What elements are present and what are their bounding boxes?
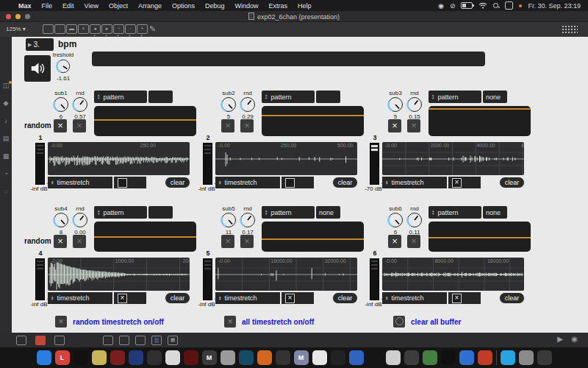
waveform-display[interactable]: -0.00250.00 <box>48 142 190 175</box>
pattern-extra-box[interactable]: none <box>316 206 340 219</box>
random-checkbox[interactable]: × <box>54 235 67 248</box>
record-indicator-icon[interactable]: ◉ <box>438 2 444 10</box>
rnd-knob[interactable] <box>71 96 89 113</box>
waveform-display[interactable]: -0.008000.0016000.00 <box>382 258 524 291</box>
pattern-extra-box[interactable] <box>148 206 173 219</box>
accessibility-icon[interactable]: ⊘ <box>450 2 456 10</box>
waveform-display[interactable]: -0.00250.00500.00 <box>215 142 357 175</box>
pattern-menu[interactable]: ▲▼ pattern <box>94 206 147 219</box>
random-checkbox[interactable]: × <box>388 119 401 132</box>
pattern-extra-box[interactable] <box>148 91 173 103</box>
function-panel[interactable] <box>262 222 364 252</box>
menu-item-max[interactable]: Max <box>13 2 37 10</box>
menu-item-extras[interactable]: Extras <box>264 2 293 10</box>
patcher-windows-icon[interactable] <box>54 336 65 345</box>
waveform-display[interactable]: -0.002000.004000.006000.00 <box>382 142 524 175</box>
rnd-checkbox[interactable]: × <box>240 235 254 248</box>
battery-icon[interactable] <box>461 2 473 9</box>
object-palette-grid-icon[interactable] <box>562 25 578 35</box>
pattern-extra-box[interactable]: none <box>483 206 507 219</box>
packages-icon[interactable]: ◫ <box>3 82 10 89</box>
toggle-icon[interactable]: × <box>78 24 89 34</box>
pattern-extra-box[interactable]: none <box>483 91 507 103</box>
comment-icon[interactable]: ▬ <box>66 24 77 34</box>
menu-item-edit[interactable]: Edit <box>57 2 79 10</box>
run-icon[interactable]: ▶ <box>557 335 563 343</box>
dock-app-icon-10[interactable] <box>220 350 235 365</box>
presentation-mode-icon[interactable] <box>35 336 46 345</box>
sub-knob[interactable] <box>387 211 404 229</box>
input-source-icon[interactable] <box>505 1 513 10</box>
timestretch-checkbox[interactable]: × <box>452 178 462 188</box>
waveform-display[interactable]: -0.0016000.0032000.00 <box>215 258 357 291</box>
menu-item-help[interactable]: Help <box>293 2 317 10</box>
menu-item-window[interactable]: Window <box>230 2 264 10</box>
audio-files-icon[interactable]: ♪ <box>4 118 8 124</box>
rnd-knob[interactable] <box>406 96 423 113</box>
rnd-knob[interactable] <box>406 211 423 229</box>
snippets-icon[interactable]: ▤ <box>3 135 10 142</box>
timestretch-menu[interactable]: ▲▼ timestretch <box>215 292 280 304</box>
menu-item-object[interactable]: Object <box>104 2 133 10</box>
dock-app-icon-12[interactable] <box>257 350 272 365</box>
timestretch-menu[interactable]: ▲▼ timestretch <box>48 292 112 304</box>
calibration-grid-icon[interactable]: ▦ <box>168 336 178 345</box>
rnd-checkbox[interactable]: × <box>240 119 254 132</box>
search-sidebar-icon[interactable]: ◌ <box>4 188 7 195</box>
function-panel[interactable] <box>429 106 531 136</box>
rnd-checkbox[interactable]: × <box>73 235 86 248</box>
dock-app-icon-22[interactable] <box>441 350 456 365</box>
timestretch-menu[interactable]: ▲▼ timestretch <box>48 177 112 188</box>
dock-app-icon-19[interactable] <box>386 350 401 365</box>
random-checkbox[interactable]: × <box>221 119 234 132</box>
function-panel[interactable] <box>94 106 196 136</box>
function-panel[interactable] <box>94 222 196 252</box>
sub-knob[interactable] <box>220 96 237 113</box>
timestretch-checkbox[interactable]: × <box>285 294 295 303</box>
timestretch-checkbox[interactable] <box>118 178 127 188</box>
spotlight-icon[interactable] <box>493 3 499 9</box>
sub-knob[interactable] <box>220 211 237 229</box>
sub-knob[interactable] <box>52 211 70 229</box>
pattern-menu[interactable]: ▲▼ pattern <box>429 206 481 219</box>
menu-item-debug[interactable]: Debug <box>200 2 230 10</box>
timestretch-menu[interactable]: ▲▼ timestretch <box>215 177 280 188</box>
menu-item-file[interactable]: File <box>37 2 58 10</box>
waveform-display[interactable]: -0.001000.002000.00 <box>48 258 190 291</box>
dock-app-icon-4[interactable] <box>110 350 125 365</box>
timestretch-menu[interactable]: ▲▼ timestretch <box>382 177 447 188</box>
bpm-number-box[interactable]: ▶ 3. <box>26 38 54 51</box>
threshold-slider[interactable] <box>92 52 485 66</box>
dock-app-icon-1[interactable]: L <box>55 350 70 365</box>
menu-item-view[interactable]: View <box>79 2 104 10</box>
dock-app-icon-23[interactable] <box>459 350 474 365</box>
mixer-icon[interactable] <box>119 336 129 345</box>
rnd-checkbox[interactable]: × <box>407 119 420 132</box>
objects-icon[interactable]: ◆ <box>4 100 9 107</box>
dock-app-icon-21[interactable] <box>423 350 437 365</box>
dock-app-icon-20[interactable] <box>404 350 419 365</box>
dock-app-icon-15[interactable] <box>312 350 327 365</box>
menu-item-options[interactable]: Options <box>167 2 200 10</box>
images-icon[interactable]: ▦ <box>3 153 10 160</box>
dock-app-icon-7[interactable] <box>165 350 180 365</box>
timestretch-menu[interactable]: ▲▼ timestretch <box>382 292 447 304</box>
paint-tool-icon[interactable]: ✎ <box>149 24 156 34</box>
dock-app-icon-18[interactable] <box>368 350 382 365</box>
dock-app-icon-5[interactable] <box>129 350 143 365</box>
sub-knob[interactable] <box>52 96 70 113</box>
zoom-level-control[interactable]: 125% ▾ <box>6 26 26 32</box>
sub-knob[interactable] <box>387 96 404 113</box>
clear-button[interactable]: clear <box>499 177 525 188</box>
dock-app-icon-9[interactable]: M <box>202 350 217 365</box>
patcher-lock-icon[interactable] <box>16 336 26 345</box>
pattern-menu[interactable]: ▲▼ pattern <box>262 91 315 103</box>
timestretch-checkbox[interactable]: × <box>452 294 462 303</box>
random-checkbox[interactable]: × <box>54 119 67 132</box>
clippings-icon[interactable]: ◔ <box>4 171 7 177</box>
clear-button[interactable]: clear <box>499 292 525 304</box>
menu-item-arrange[interactable]: Arrange <box>133 2 167 10</box>
function-panel[interactable] <box>429 222 531 252</box>
dock-app-icon-6[interactable] <box>147 350 162 365</box>
dock-app-icon-27[interactable] <box>537 350 552 365</box>
